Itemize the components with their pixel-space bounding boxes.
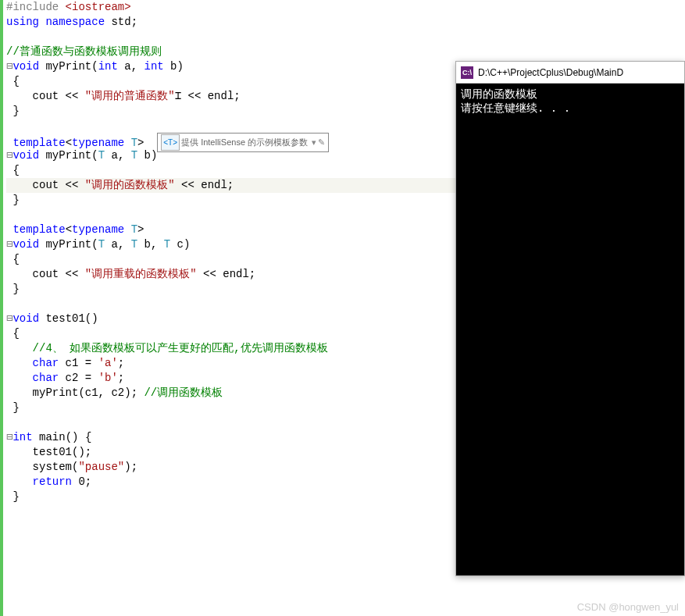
code-line[interactable] (6, 297, 461, 312)
code-line[interactable]: using namespace std; (6, 15, 461, 30)
change-gutter (0, 0, 3, 616)
code-editor[interactable]: #include <iostream> using namespace std;… (0, 0, 461, 616)
code-line[interactable]: template<typename T> (6, 223, 461, 237)
code-line[interactable] (6, 208, 461, 223)
console-titlebar[interactable]: C:\ D:\C++\ProjectCplus\Debug\MainD (456, 62, 684, 84)
edit-icon[interactable]: ✎ (318, 137, 325, 147)
code-line[interactable] (6, 30, 461, 45)
code-line[interactable]: system("pause"); (6, 460, 461, 475)
code-line[interactable]: ⊟void myPrint(int a, int b) (6, 59, 461, 74)
code-line[interactable]: } (6, 490, 461, 504)
keyword-namespace: namespace (45, 16, 105, 28)
code-line[interactable]: } (6, 193, 461, 208)
keyword-typename: typename (72, 137, 124, 149)
code-line-active[interactable]: cout << "调用的函数模板" << endl; (6, 178, 461, 193)
code-line[interactable]: { (6, 163, 461, 178)
preprocessor: #include (6, 1, 59, 13)
console-title: D:\C++\ProjectCplus\Debug\MainD (478, 67, 623, 78)
code-line[interactable]: #include <iostream> (6, 0, 461, 15)
text-cursor-icon: ⌶ (175, 90, 181, 102)
code-line[interactable]: } (6, 282, 461, 297)
comment: //调用函数模板 (144, 386, 223, 399)
code-line[interactable]: test01(); (6, 445, 461, 460)
string-literal: "调用的普通函数" (85, 90, 175, 102)
code-line[interactable]: //普通函数与函数模板调用规则 (6, 45, 461, 59)
code-line[interactable] (6, 415, 461, 430)
keyword-template: template (12, 137, 65, 149)
code-line[interactable]: char c2 = 'b'; (6, 371, 461, 386)
code-line[interactable]: char c1 = 'a'; (6, 356, 461, 371)
code-line[interactable]: { (6, 252, 461, 267)
console-window[interactable]: C:\ D:\C++\ProjectCplus\Debug\MainD 调用的函… (455, 61, 685, 576)
string-literal: "调用重载的函数模板" (85, 268, 197, 280)
code-line[interactable]: cout << "调用的普通函数"⌶ << endl; (6, 89, 461, 104)
code-line[interactable]: return 0; (6, 475, 461, 490)
include-header: <iostream> (59, 1, 130, 13)
string-literal: "调用的函数模板" (85, 179, 175, 191)
code-line[interactable] (6, 119, 461, 134)
code-line[interactable]: } (6, 104, 461, 119)
code-line[interactable]: } (6, 401, 461, 415)
console-icon: C:\ (461, 66, 473, 79)
watermark: CSDN @hongwen_yul (577, 601, 679, 613)
code-line[interactable]: ⊟int main() { (6, 430, 461, 445)
keyword-using: using (6, 16, 39, 28)
code-line[interactable]: //4、 如果函数模板可以产生更好的匹配,优先调用函数模板 (6, 341, 461, 356)
console-line: 请按任意键继续. . . (461, 101, 680, 115)
code-line[interactable]: { (6, 326, 461, 341)
comment: //4、 如果函数模板可以产生更好的匹配,优先调用函数模板 (33, 342, 328, 354)
code-line[interactable]: template<typename T> <T>提供 IntelliSense … (6, 134, 461, 148)
code-line[interactable]: cout << "调用重载的函数模板" << endl; (6, 267, 461, 282)
console-output: 调用的函数模板 请按任意键继续. . . (456, 84, 684, 118)
keyword-void: void (12, 60, 39, 73)
type-T: T (131, 137, 137, 149)
dropdown-icon[interactable]: ▾ (312, 137, 316, 147)
console-line: 调用的函数模板 (461, 87, 680, 101)
comment: //普通函数与函数模板调用规则 (6, 45, 162, 58)
code-line[interactable]: { (6, 74, 461, 89)
code-line[interactable]: ⊟void myPrint(T a, T b, T c) (6, 237, 461, 252)
code-line[interactable]: ⊟void test01() (6, 312, 461, 326)
code-line[interactable]: ⊟void myPrint(T a, T b) (6, 148, 461, 163)
code-line[interactable]: myPrint(c1, c2); //调用函数模板 (6, 386, 461, 401)
